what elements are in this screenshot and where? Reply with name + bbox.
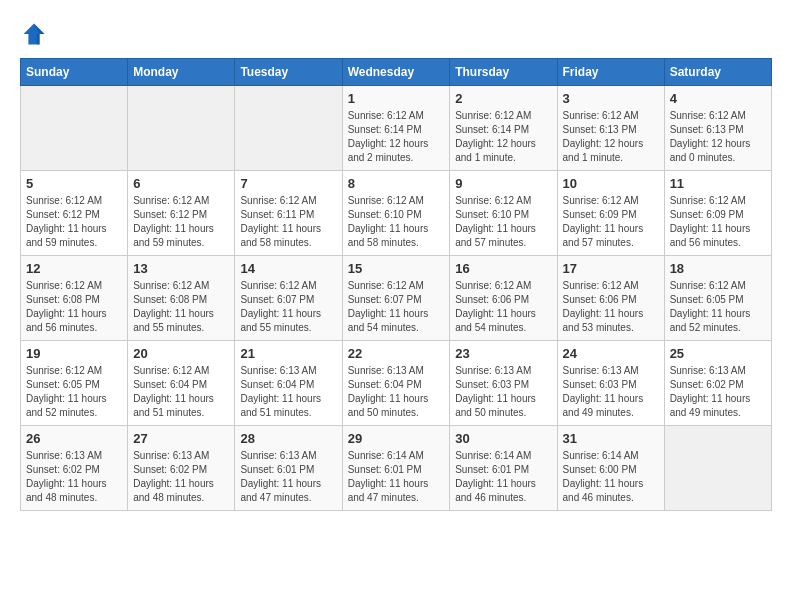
calendar-cell: 9Sunrise: 6:12 AM Sunset: 6:10 PM Daylig…	[450, 171, 557, 256]
calendar-cell: 17Sunrise: 6:12 AM Sunset: 6:06 PM Dayli…	[557, 256, 664, 341]
day-number: 18	[670, 261, 766, 276]
day-info: Sunrise: 6:12 AM Sunset: 6:13 PM Dayligh…	[670, 109, 766, 165]
calendar-cell: 16Sunrise: 6:12 AM Sunset: 6:06 PM Dayli…	[450, 256, 557, 341]
weekday-header-sunday: Sunday	[21, 59, 128, 86]
day-number: 9	[455, 176, 551, 191]
calendar-cell: 2Sunrise: 6:12 AM Sunset: 6:14 PM Daylig…	[450, 86, 557, 171]
calendar-cell: 26Sunrise: 6:13 AM Sunset: 6:02 PM Dayli…	[21, 426, 128, 511]
day-info: Sunrise: 6:13 AM Sunset: 6:02 PM Dayligh…	[133, 449, 229, 505]
day-number: 17	[563, 261, 659, 276]
day-info: Sunrise: 6:12 AM Sunset: 6:04 PM Dayligh…	[133, 364, 229, 420]
calendar-cell: 8Sunrise: 6:12 AM Sunset: 6:10 PM Daylig…	[342, 171, 450, 256]
week-row-5: 26Sunrise: 6:13 AM Sunset: 6:02 PM Dayli…	[21, 426, 772, 511]
day-info: Sunrise: 6:12 AM Sunset: 6:11 PM Dayligh…	[240, 194, 336, 250]
day-info: Sunrise: 6:12 AM Sunset: 6:14 PM Dayligh…	[348, 109, 445, 165]
day-number: 22	[348, 346, 445, 361]
calendar-cell: 23Sunrise: 6:13 AM Sunset: 6:03 PM Dayli…	[450, 341, 557, 426]
day-number: 28	[240, 431, 336, 446]
day-info: Sunrise: 6:14 AM Sunset: 6:01 PM Dayligh…	[348, 449, 445, 505]
calendar-cell: 13Sunrise: 6:12 AM Sunset: 6:08 PM Dayli…	[128, 256, 235, 341]
calendar-cell: 28Sunrise: 6:13 AM Sunset: 6:01 PM Dayli…	[235, 426, 342, 511]
day-info: Sunrise: 6:13 AM Sunset: 6:03 PM Dayligh…	[563, 364, 659, 420]
day-info: Sunrise: 6:12 AM Sunset: 6:08 PM Dayligh…	[26, 279, 122, 335]
day-number: 3	[563, 91, 659, 106]
day-number: 23	[455, 346, 551, 361]
calendar-body: 1Sunrise: 6:12 AM Sunset: 6:14 PM Daylig…	[21, 86, 772, 511]
day-number: 12	[26, 261, 122, 276]
day-number: 19	[26, 346, 122, 361]
calendar-cell: 4Sunrise: 6:12 AM Sunset: 6:13 PM Daylig…	[664, 86, 771, 171]
day-info: Sunrise: 6:12 AM Sunset: 6:05 PM Dayligh…	[670, 279, 766, 335]
day-info: Sunrise: 6:13 AM Sunset: 6:02 PM Dayligh…	[26, 449, 122, 505]
day-number: 5	[26, 176, 122, 191]
day-number: 29	[348, 431, 445, 446]
calendar-cell: 12Sunrise: 6:12 AM Sunset: 6:08 PM Dayli…	[21, 256, 128, 341]
day-number: 4	[670, 91, 766, 106]
calendar-table: SundayMondayTuesdayWednesdayThursdayFrid…	[20, 58, 772, 511]
day-info: Sunrise: 6:14 AM Sunset: 6:01 PM Dayligh…	[455, 449, 551, 505]
calendar-cell: 19Sunrise: 6:12 AM Sunset: 6:05 PM Dayli…	[21, 341, 128, 426]
calendar-cell: 30Sunrise: 6:14 AM Sunset: 6:01 PM Dayli…	[450, 426, 557, 511]
day-number: 11	[670, 176, 766, 191]
day-info: Sunrise: 6:12 AM Sunset: 6:08 PM Dayligh…	[133, 279, 229, 335]
day-info: Sunrise: 6:12 AM Sunset: 6:05 PM Dayligh…	[26, 364, 122, 420]
day-info: Sunrise: 6:12 AM Sunset: 6:14 PM Dayligh…	[455, 109, 551, 165]
calendar-cell: 5Sunrise: 6:12 AM Sunset: 6:12 PM Daylig…	[21, 171, 128, 256]
week-row-1: 1Sunrise: 6:12 AM Sunset: 6:14 PM Daylig…	[21, 86, 772, 171]
weekday-header-wednesday: Wednesday	[342, 59, 450, 86]
day-number: 13	[133, 261, 229, 276]
day-info: Sunrise: 6:12 AM Sunset: 6:07 PM Dayligh…	[348, 279, 445, 335]
calendar-cell: 10Sunrise: 6:12 AM Sunset: 6:09 PM Dayli…	[557, 171, 664, 256]
day-info: Sunrise: 6:14 AM Sunset: 6:00 PM Dayligh…	[563, 449, 659, 505]
calendar-cell: 21Sunrise: 6:13 AM Sunset: 6:04 PM Dayli…	[235, 341, 342, 426]
day-info: Sunrise: 6:13 AM Sunset: 6:04 PM Dayligh…	[240, 364, 336, 420]
weekday-header-thursday: Thursday	[450, 59, 557, 86]
calendar-cell	[235, 86, 342, 171]
weekday-header-tuesday: Tuesday	[235, 59, 342, 86]
day-info: Sunrise: 6:12 AM Sunset: 6:09 PM Dayligh…	[670, 194, 766, 250]
page-header	[20, 20, 772, 48]
week-row-2: 5Sunrise: 6:12 AM Sunset: 6:12 PM Daylig…	[21, 171, 772, 256]
calendar-cell: 11Sunrise: 6:12 AM Sunset: 6:09 PM Dayli…	[664, 171, 771, 256]
day-number: 6	[133, 176, 229, 191]
day-number: 10	[563, 176, 659, 191]
day-info: Sunrise: 6:12 AM Sunset: 6:12 PM Dayligh…	[26, 194, 122, 250]
calendar-cell: 22Sunrise: 6:13 AM Sunset: 6:04 PM Dayli…	[342, 341, 450, 426]
day-number: 31	[563, 431, 659, 446]
weekday-header-monday: Monday	[128, 59, 235, 86]
logo	[20, 20, 54, 48]
calendar-cell	[21, 86, 128, 171]
calendar-cell: 31Sunrise: 6:14 AM Sunset: 6:00 PM Dayli…	[557, 426, 664, 511]
calendar-cell: 14Sunrise: 6:12 AM Sunset: 6:07 PM Dayli…	[235, 256, 342, 341]
day-number: 30	[455, 431, 551, 446]
calendar-cell: 18Sunrise: 6:12 AM Sunset: 6:05 PM Dayli…	[664, 256, 771, 341]
day-info: Sunrise: 6:12 AM Sunset: 6:07 PM Dayligh…	[240, 279, 336, 335]
weekday-header-friday: Friday	[557, 59, 664, 86]
logo-icon	[20, 20, 48, 48]
calendar-cell: 25Sunrise: 6:13 AM Sunset: 6:02 PM Dayli…	[664, 341, 771, 426]
day-info: Sunrise: 6:12 AM Sunset: 6:10 PM Dayligh…	[348, 194, 445, 250]
calendar-cell: 1Sunrise: 6:12 AM Sunset: 6:14 PM Daylig…	[342, 86, 450, 171]
day-number: 16	[455, 261, 551, 276]
day-number: 1	[348, 91, 445, 106]
day-number: 24	[563, 346, 659, 361]
day-number: 20	[133, 346, 229, 361]
day-number: 7	[240, 176, 336, 191]
calendar-cell	[664, 426, 771, 511]
day-info: Sunrise: 6:13 AM Sunset: 6:01 PM Dayligh…	[240, 449, 336, 505]
calendar-cell: 24Sunrise: 6:13 AM Sunset: 6:03 PM Dayli…	[557, 341, 664, 426]
day-number: 8	[348, 176, 445, 191]
day-number: 26	[26, 431, 122, 446]
day-number: 15	[348, 261, 445, 276]
day-info: Sunrise: 6:12 AM Sunset: 6:13 PM Dayligh…	[563, 109, 659, 165]
weekday-header-saturday: Saturday	[664, 59, 771, 86]
calendar-cell: 15Sunrise: 6:12 AM Sunset: 6:07 PM Dayli…	[342, 256, 450, 341]
calendar-cell: 3Sunrise: 6:12 AM Sunset: 6:13 PM Daylig…	[557, 86, 664, 171]
day-info: Sunrise: 6:12 AM Sunset: 6:06 PM Dayligh…	[563, 279, 659, 335]
calendar-header: SundayMondayTuesdayWednesdayThursdayFrid…	[21, 59, 772, 86]
day-info: Sunrise: 6:13 AM Sunset: 6:02 PM Dayligh…	[670, 364, 766, 420]
day-number: 2	[455, 91, 551, 106]
week-row-3: 12Sunrise: 6:12 AM Sunset: 6:08 PM Dayli…	[21, 256, 772, 341]
weekday-row: SundayMondayTuesdayWednesdayThursdayFrid…	[21, 59, 772, 86]
calendar-cell: 7Sunrise: 6:12 AM Sunset: 6:11 PM Daylig…	[235, 171, 342, 256]
